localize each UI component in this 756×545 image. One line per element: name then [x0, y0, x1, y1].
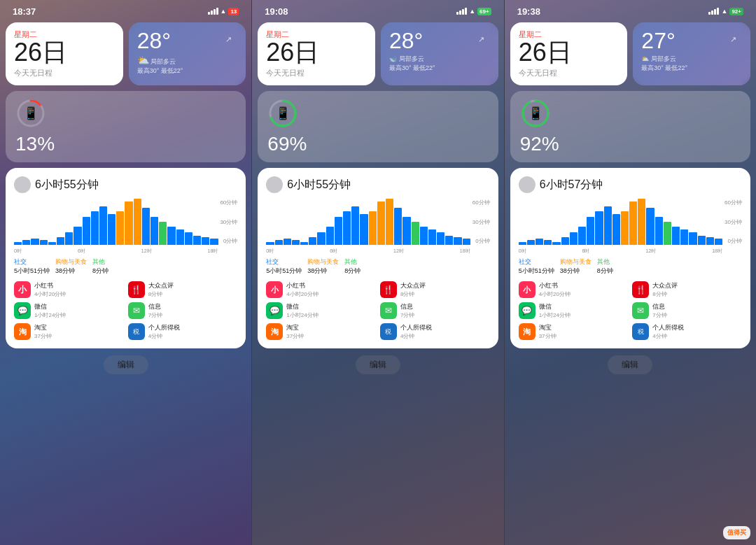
date-day-3: 26日 — [519, 40, 620, 65]
edit-button-2[interactable]: 编辑 — [356, 355, 400, 374]
chart-bar — [638, 199, 645, 245]
chart-bar — [65, 232, 73, 245]
chart-bar — [134, 199, 141, 245]
chart-bar — [689, 232, 696, 245]
app-list-3: 小 小红书 4小时20分钟 🍴 大众点评 8分钟 💬 — [519, 281, 742, 340]
battery-badge-2: 69+ — [477, 8, 491, 15]
chart-bar — [428, 229, 436, 245]
chart-bar — [587, 217, 594, 245]
date-schedule-3: 今天无日程 — [519, 68, 620, 78]
weather-temp-2: 28° — [389, 29, 490, 52]
battery-badge-3: 92+ — [729, 8, 743, 15]
chart-bar — [210, 239, 218, 245]
chart-bar — [292, 240, 300, 245]
chart-bar — [544, 240, 552, 245]
chart-bar — [300, 242, 308, 245]
chart-bar — [680, 229, 688, 245]
chart-bar — [621, 211, 629, 245]
chart-bar — [519, 242, 526, 245]
edit-button-1[interactable]: 编辑 — [104, 355, 148, 374]
chart-bar — [672, 227, 680, 245]
chart-bar — [125, 201, 132, 245]
app-icon-dianping-1: 🍴 — [128, 281, 145, 298]
app-icon-tax-1: 税 — [128, 323, 145, 340]
chart-bar — [185, 232, 192, 245]
chart-bar — [698, 236, 706, 245]
app-icon-wechat-1: 💬 — [14, 302, 31, 319]
widget-row-2: 星期二 26日 今天无日程 ↗ 28° 🐋 局部多云最高30° 最低22° — [258, 22, 498, 85]
chart-bar — [612, 214, 620, 245]
weather-condition-2: 🐋 局部多云最高30° 最低22° — [389, 55, 490, 73]
st-categories-3: 社交 5小时51分钟 购物与美食 38分钟 其他 8分钟 — [519, 257, 742, 276]
status-icons-3: ▲ 92+ — [708, 8, 743, 15]
date-widget-2: 星期二 26日 今天无日程 — [258, 22, 375, 85]
chart-bar — [309, 237, 316, 245]
app-item-dianping-1: 🍴 大众点评 8分钟 — [128, 281, 238, 298]
app-list-1: 小 小红书 4小时20分钟 🍴 大众点评 8分钟 💬 — [14, 281, 237, 340]
weather-temp-3: 27° — [641, 29, 742, 52]
weather-temp-1: 28° — [137, 29, 238, 52]
edit-btn-3[interactable]: 编辑 — [510, 355, 750, 374]
weather-widget-2: ↗ 28° 🐋 局部多云最高30° 最低22° — [381, 22, 498, 85]
battery-percent-1: 13% — [15, 133, 55, 155]
chart-bar — [31, 239, 38, 245]
chart-bar — [578, 227, 586, 245]
status-icons-2: ▲ 69+ — [456, 8, 491, 15]
battery-widget-1: 📱 13% — [6, 91, 246, 162]
chart-bar — [369, 211, 377, 245]
chart-bar — [108, 214, 115, 245]
chart-bar — [706, 237, 714, 245]
chart-bar — [142, 208, 150, 245]
phone-panel-1: 18:37 ▲ 13 星期二 26日 今天无日程 — [0, 0, 251, 545]
chart-x-labels-1: 0时 6时 12时 18时 — [14, 248, 218, 255]
edit-btn-1[interactable]: 编辑 — [6, 355, 246, 374]
battery-badge-1: 13 — [228, 8, 239, 15]
edit-btn-2[interactable]: 编辑 — [258, 355, 498, 374]
widget-row-3: 星期二 26日 今天无日程 ↗ 27° ⛅ 局部多云最高30° 最低22° — [510, 22, 750, 85]
st-avatar-3 — [519, 176, 536, 193]
date-widget-3: 星期二 26日 今天无日程 — [510, 22, 628, 85]
chart-bar — [343, 211, 351, 245]
app-icon-xiaohongshu-1: 小 — [14, 281, 31, 298]
app-list-2: 小 小红书 4小时20分钟 🍴 大众点评 8分钟 💬 — [266, 281, 489, 340]
signal-icon-2 — [456, 8, 467, 15]
battery-widget-3: 📱 92% — [510, 91, 750, 162]
chart-bar — [284, 239, 291, 245]
chart-bar — [99, 206, 107, 245]
chart-bar — [420, 227, 428, 245]
phone-icon-2: 📱 — [275, 106, 290, 121]
chart-area-1: 60分钟 30分钟 0分钟 0时 6时 12时 18时 — [14, 199, 237, 255]
chart-bar — [402, 217, 410, 245]
chart-bar — [335, 217, 342, 245]
signal-icon-1 — [208, 8, 218, 15]
app-item-taobao-1: 淘 淘宝 37分钟 — [14, 323, 124, 340]
chart-bar — [664, 222, 671, 245]
weather-condition-1: ⛅ 局部多云最高30° 最低22° — [137, 55, 238, 76]
chart-bars-1 — [14, 199, 218, 245]
chart-bars-2 — [266, 199, 470, 245]
battery-ring-2: 📱 — [267, 98, 298, 129]
chart-bar — [193, 236, 201, 245]
chart-bar — [412, 222, 419, 245]
chart-bar — [74, 227, 81, 245]
chart-bar — [48, 242, 56, 245]
edit-button-3[interactable]: 编辑 — [608, 355, 652, 374]
chart-bar — [116, 211, 124, 245]
chart-bar — [91, 211, 99, 245]
chart-bar — [454, 237, 461, 245]
chart-y-labels-1: 60分钟 30分钟 0分钟 — [220, 199, 237, 245]
screentime-widget-1: 6小时55分钟 60分钟 30分钟 0分钟 0时 6时 12时 18时 — [6, 168, 246, 348]
chart-bar — [394, 208, 402, 245]
chart-bar — [463, 239, 470, 245]
chart-bar — [360, 214, 368, 245]
chart-bar — [445, 236, 453, 245]
status-bar-1: 18:37 ▲ 13 — [6, 0, 246, 20]
phone-panel-2: 19:08 ▲ 69+ 星期二 26日 今天无日程 — [252, 0, 503, 545]
chart-area-3: 60分钟 30分钟 0分钟 0时 6时 12时 18时 — [519, 199, 742, 255]
chart-bar — [552, 242, 560, 245]
chart-bar — [83, 217, 90, 245]
app-icon-taobao-1: 淘 — [14, 323, 31, 340]
chart-bar — [536, 239, 543, 245]
battery-percent-2: 69% — [267, 133, 307, 155]
chart-bar — [604, 206, 612, 245]
